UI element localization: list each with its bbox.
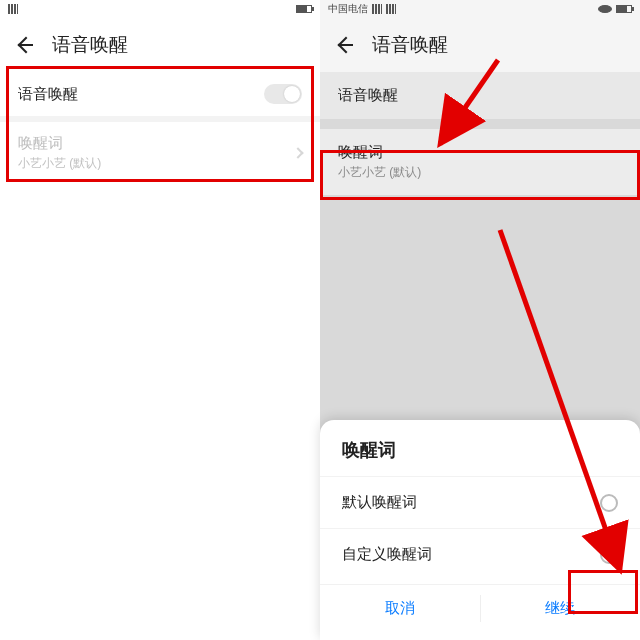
chevron-right-icon <box>292 147 303 158</box>
battery-icon <box>616 5 632 13</box>
option-default-label: 默认唤醒词 <box>342 493 417 512</box>
radio-icon <box>600 546 618 564</box>
screenshot-left: 语音唤醒 语音唤醒 唤醒词 小艺小艺 (默认) <box>0 0 320 640</box>
voice-wake-toggle[interactable] <box>264 84 302 104</box>
option-custom-label: 自定义唤醒词 <box>342 545 432 564</box>
option-default-wakeword[interactable]: 默认唤醒词 <box>320 476 640 528</box>
voice-wake-toggle-row[interactable]: 语音唤醒 <box>0 72 320 116</box>
wakeword-value-right: 小艺小艺 (默认) <box>338 164 622 181</box>
wakeword-label: 唤醒词 <box>18 134 101 153</box>
statusbar-left <box>0 0 320 18</box>
wakeword-bottom-sheet: 唤醒词 默认唤醒词 自定义唤醒词 取消 继续 <box>320 420 640 640</box>
voice-wake-row-right[interactable]: 语音唤醒 <box>320 72 640 119</box>
continue-button[interactable]: 继续 <box>480 585 640 632</box>
wakeword-row[interactable]: 唤醒词 小艺小艺 (默认) <box>0 122 320 184</box>
page-title-right: 语音唤醒 <box>372 32 448 58</box>
wakeword-row-right[interactable]: 唤醒词 小艺小艺 (默认) <box>320 129 640 195</box>
header-left: 语音唤醒 <box>0 18 320 72</box>
page-title: 语音唤醒 <box>52 32 128 58</box>
back-icon[interactable] <box>334 35 354 55</box>
option-custom-wakeword[interactable]: 自定义唤醒词 <box>320 528 640 580</box>
back-icon[interactable] <box>14 35 34 55</box>
radio-icon <box>600 494 618 512</box>
signal-icon <box>372 4 382 14</box>
sheet-button-row: 取消 继续 <box>320 584 640 632</box>
carrier-label: 中国电信 <box>328 2 368 16</box>
wakeword-value: 小艺小艺 (默认) <box>18 155 101 172</box>
eye-icon <box>598 5 612 13</box>
signal-icon-2 <box>386 4 396 14</box>
voice-wake-label-right: 语音唤醒 <box>338 86 398 103</box>
statusbar-right: 中国电信 <box>320 0 640 18</box>
wakeword-label-right: 唤醒词 <box>338 143 622 162</box>
screenshot-right: 中国电信 语音唤醒 语音唤醒 唤醒词 小艺小艺 (默认) 唤醒词 默认唤醒词 自… <box>320 0 640 640</box>
header-right: 语音唤醒 <box>320 18 640 72</box>
cancel-button[interactable]: 取消 <box>320 585 480 632</box>
voice-wake-label: 语音唤醒 <box>18 85 78 104</box>
sheet-title: 唤醒词 <box>320 438 640 476</box>
spacer <box>320 119 640 129</box>
